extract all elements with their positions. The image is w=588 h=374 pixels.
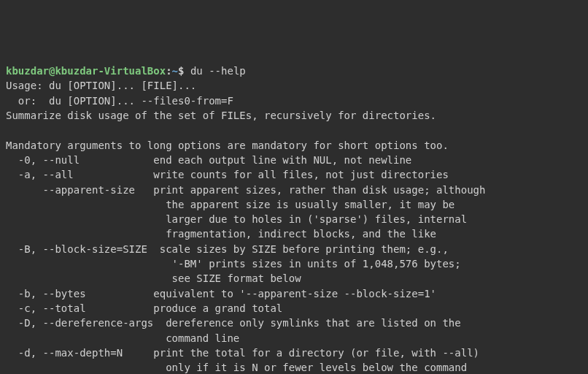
prompt-user: kbuzdar@kbuzdar-VirtualBox	[6, 65, 166, 77]
output-line: -d, --max-depth=N print the total for a …	[6, 347, 479, 359]
terminal-window[interactable]: kbuzdar@kbuzdar-VirtualBox:~$ du --help …	[6, 64, 582, 374]
output-line: command line	[6, 332, 239, 344]
output-line: -D, --dereference-args dereference only …	[6, 317, 461, 329]
output-line: Summarize disk usage of the set of FILEs…	[6, 110, 436, 121]
output-line: fragmentation, indirect blocks, and the …	[6, 228, 436, 240]
output-line: Mandatory arguments to long options are …	[6, 140, 449, 151]
output-line: -B, --block-size=SIZE scale sizes by SIZ…	[6, 243, 449, 255]
output-line: -a, --all write counts for all files, no…	[6, 169, 449, 180]
output-line: '-BM' prints sizes in units of 1,048,576…	[6, 258, 461, 270]
output-line: larger due to holes in ('sparse') files,…	[6, 213, 467, 225]
prompt-dollar: $	[178, 65, 184, 77]
output-line: -c, --total produce a grand total	[6, 302, 282, 314]
output-line: see SIZE format below	[6, 272, 301, 284]
prompt-colon: :	[166, 65, 171, 77]
output-line: -b, --bytes equivalent to '--apparent-si…	[6, 288, 436, 299]
output-line: --apparent-size print apparent sizes, ra…	[6, 184, 485, 196]
prompt-path: ~	[172, 65, 178, 77]
output-line: or: du [OPTION]... --files0-from=F	[6, 95, 233, 107]
output-line: the apparent size is usually smaller, it…	[6, 199, 454, 210]
output-line: -0, --null end each output line with NUL…	[6, 154, 411, 166]
command-input[interactable]: du --help	[190, 65, 246, 77]
output-line: Usage: du [OPTION]... [FILE]...	[6, 80, 196, 91]
output-line: only if it is N or fewer levels below th…	[6, 362, 467, 373]
